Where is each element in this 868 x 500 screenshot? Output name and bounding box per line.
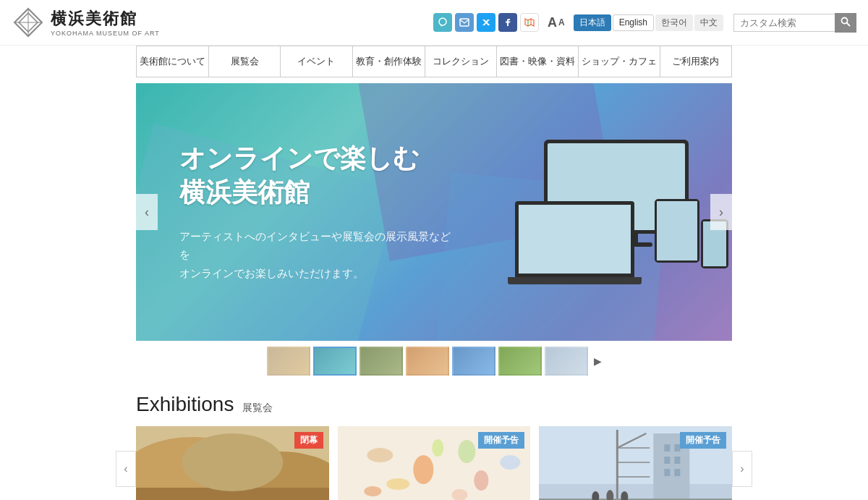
lang-en-btn[interactable]: English <box>613 14 654 31</box>
tablet-body <box>655 199 699 263</box>
search-button[interactable] <box>835 13 856 33</box>
language-selector: 日本語 English 한국어 中文 <box>574 14 723 31</box>
svg-rect-29 <box>665 444 671 452</box>
nav-item-education[interactable]: 教育・創作体験 <box>353 46 425 77</box>
main-navigation: 美術館について 展覧会 イベント 教育・創作体験 コレクション 図書・映像・資料… <box>136 46 732 77</box>
slideshow-play-button[interactable]: ▶ <box>594 355 602 367</box>
laptop-base <box>508 277 642 284</box>
svg-point-15 <box>182 433 283 491</box>
card-image-0: 閉幕 <box>136 426 329 500</box>
exhibition-card-2[interactable]: 開催予告 <box>539 426 732 500</box>
card-image-2: 開催予告 <box>539 426 732 500</box>
exhibition-card-0[interactable]: 閉幕 <box>136 426 329 500</box>
logo-icon <box>12 6 45 39</box>
svg-point-22 <box>432 439 443 457</box>
nav-item-events[interactable]: イベント <box>281 46 352 77</box>
lang-zh-btn[interactable]: 中文 <box>694 14 723 31</box>
device-illustration <box>515 140 689 284</box>
slide-thumb-0[interactable] <box>267 347 310 376</box>
svg-rect-33 <box>665 469 671 476</box>
svg-point-21 <box>474 470 488 491</box>
svg-point-24 <box>500 455 520 470</box>
svg-point-20 <box>386 478 409 490</box>
slide-main-text: オンラインで楽しむ横浜美術館 <box>179 142 454 210</box>
chat-icon[interactable] <box>433 13 452 32</box>
maps-icon[interactable] <box>520 13 539 32</box>
nav-item-library[interactable]: 図書・映像・資料 <box>497 46 579 77</box>
exhibitions-wrapper: ‹ 閉幕 <box>136 426 732 500</box>
lang-ko-btn[interactable]: 한국어 <box>655 14 693 31</box>
slide-thumb-4[interactable] <box>452 347 495 376</box>
tablet-screen <box>657 201 697 260</box>
logo-text: 横浜美術館 YOKOHAMA MUSEUM OF ART <box>51 8 160 37</box>
nav-item-exhibitions[interactable]: 展覧会 <box>209 46 281 77</box>
svg-rect-32 <box>675 457 681 464</box>
site-subtitle: YOKOHAMA MUSEUM OF ART <box>51 30 160 37</box>
text-size-controls: A A <box>548 15 565 30</box>
card-image-1: 開催予告 <box>338 426 531 500</box>
svg-marker-6 <box>525 19 534 26</box>
exhibitions-section: Exhibitions 展覧会 ‹ <box>136 393 732 500</box>
svg-point-9 <box>842 17 848 23</box>
exhibitions-next-button[interactable]: › <box>732 451 752 487</box>
exhibitions-title-en: Exhibitions <box>136 393 234 416</box>
site-title: 横浜美術館 <box>51 8 160 30</box>
svg-point-23 <box>364 486 381 496</box>
nav-item-shop[interactable]: ショップ・カフェ <box>579 46 660 77</box>
slide-text: オンラインで楽しむ横浜美術館 アーティストへのインタビューや展覧会の展示風景など… <box>136 113 498 311</box>
svg-point-17 <box>367 448 393 462</box>
text-size-small-btn[interactable]: A <box>558 15 565 30</box>
svg-point-18 <box>413 455 433 484</box>
slider-prev-button[interactable]: ‹ <box>136 194 158 230</box>
card-badge-1: 開催予告 <box>478 432 524 449</box>
svg-line-10 <box>847 22 851 26</box>
slider-next-button[interactable]: › <box>710 194 732 230</box>
exhibitions-title-jp: 展覧会 <box>242 402 273 415</box>
laptop <box>515 201 642 284</box>
header-right: A A 日本語 English 한국어 中文 <box>433 13 856 33</box>
slide-thumb-6[interactable] <box>545 347 588 376</box>
slide-active: オンラインで楽しむ横浜美術館 アーティストへのインタビューや展覧会の展示風景など… <box>136 83 732 341</box>
nav-item-access[interactable]: ご利用案内 <box>660 46 731 77</box>
svg-rect-5 <box>460 19 469 26</box>
mail-icon[interactable] <box>455 13 474 32</box>
twitter-icon[interactable] <box>477 13 495 32</box>
laptop-screen <box>519 205 631 274</box>
search-input[interactable] <box>733 14 835 32</box>
hero-slider: オンラインで楽しむ横浜美術館 アーティストへのインタビューや展覧会の展示風景など… <box>136 83 732 341</box>
slide-thumb-3[interactable] <box>406 347 449 376</box>
nav-item-collection[interactable]: コレクション <box>425 46 497 77</box>
section-header: Exhibitions 展覧会 <box>136 393 732 416</box>
exhibition-cards: 閉幕 <box>136 426 732 500</box>
card-badge-0: 閉幕 <box>294 432 323 449</box>
slider-container: オンラインで楽しむ横浜美術館 アーティストへのインタビューや展覧会の展示風景など… <box>136 83 732 341</box>
logo-area[interactable]: 横浜美術館 YOKOHAMA MUSEUM OF ART <box>12 6 160 39</box>
slide-thumb-2[interactable] <box>359 347 403 376</box>
slide-sub-text: アーティストへのインタビューや展覧会の展示風景などをオンラインでお楽しみいただけ… <box>179 227 454 283</box>
slider-thumbnails: ▶ <box>136 341 732 381</box>
header: 横浜美術館 YOKOHAMA MUSEUM OF ART A A <box>0 0 868 46</box>
exhibition-card-1[interactable]: 開催予告 <box>338 426 531 500</box>
svg-rect-31 <box>665 457 671 464</box>
svg-point-19 <box>458 440 475 463</box>
exhibitions-prev-button[interactable]: ‹ <box>116 451 136 487</box>
nav-item-about[interactable]: 美術館について <box>137 46 209 77</box>
social-icons <box>433 13 539 32</box>
lang-ja-btn[interactable]: 日本語 <box>574 14 611 31</box>
svg-point-4 <box>439 18 446 25</box>
text-size-large-btn[interactable]: A <box>548 15 557 30</box>
svg-rect-34 <box>675 469 681 476</box>
slide-thumb-1[interactable] <box>313 347 357 376</box>
slide-thumb-5[interactable] <box>498 347 542 376</box>
facebook-icon[interactable] <box>498 13 517 32</box>
card-badge-2: 開催予告 <box>680 432 726 449</box>
search-area <box>733 13 856 33</box>
